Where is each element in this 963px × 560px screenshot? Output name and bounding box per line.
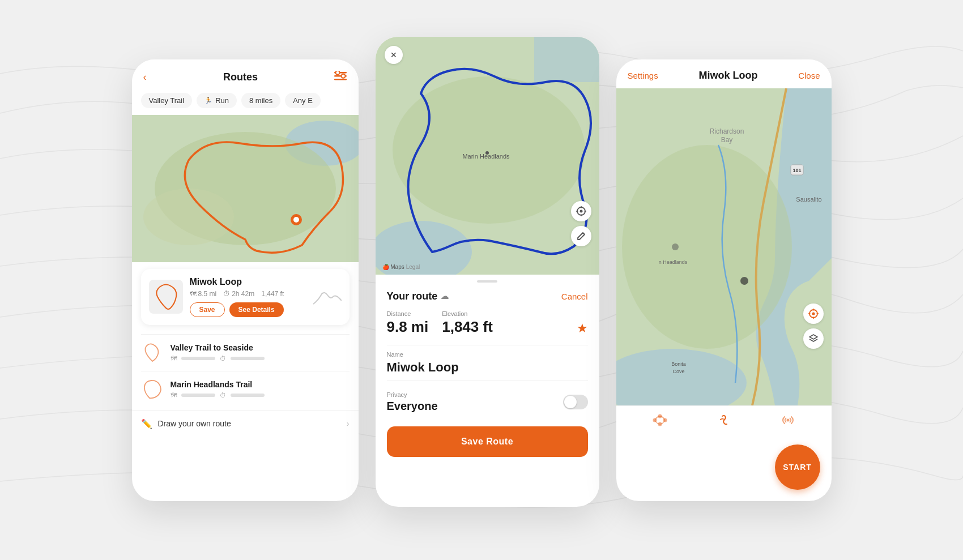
routes-header: ‹ Routes (132, 59, 359, 91)
privacy-value: Everyone (387, 400, 438, 413)
svg-text:n Headlands: n Headlands (658, 259, 687, 265)
stat-elevation: 1,447 ft (261, 290, 284, 298)
cancel-button[interactable]: Cancel (561, 292, 588, 301)
filter-run[interactable]: 🏃 Run (197, 93, 237, 108)
save-button[interactable]: Save (190, 302, 225, 317)
list-info: Valley Trail to Seaside 🗺 ⏱ (171, 343, 350, 362)
svg-point-3 (336, 71, 340, 75)
stat-elevation-group: Elevation 1,843 ft (442, 310, 493, 336)
svg-rect-2 (334, 79, 347, 80)
list-name: Valley Trail to Seaside (171, 343, 350, 352)
pencil-icon: ✏️ (141, 418, 152, 429)
run-bottom-icon[interactable] (718, 414, 730, 430)
close-button[interactable]: ✕ (385, 46, 403, 64)
divider (387, 381, 588, 381)
privacy-label: Privacy (387, 391, 438, 398)
route-list: Valley Trail to Seaside 🗺 ⏱ Marin Headla… (132, 332, 359, 410)
p3-location-button[interactable] (803, 303, 824, 324)
filter-distance[interactable]: 8 miles (241, 93, 280, 108)
signal-bottom-icon[interactable] (781, 414, 795, 430)
start-button[interactable]: START (775, 444, 820, 490)
divider (387, 345, 588, 345)
filter-icon[interactable] (334, 71, 347, 84)
svg-point-47 (786, 418, 789, 421)
bottom-bar (616, 405, 832, 438)
route-bottom-icon[interactable] (653, 414, 667, 430)
list-info: Marin Headlands Trail 🗺 ⏱ (171, 380, 350, 399)
phone-map-view: Settings Miwok Loop Close 101 (616, 59, 832, 501)
detail-stats: Distance 9.8 mi Elevation 1,843 ft ★ (387, 310, 588, 336)
name-value: Miwok Loop (387, 360, 588, 375)
elevation-label: Elevation (442, 310, 493, 317)
back-button[interactable]: ‹ (143, 71, 147, 83)
detail-map[interactable]: Marin Headlands ✕ (376, 37, 599, 275)
svg-point-35 (672, 243, 679, 250)
route-info: Miwok Loop 🗺 8.5 mi ⏱ 2h 42m 1,447 ft (190, 277, 306, 317)
list-name: Marin Headlands Trail (171, 380, 350, 389)
privacy-toggle[interactable] (563, 395, 588, 409)
location-button[interactable] (571, 201, 591, 221)
list-stats: 🗺 ⏱ (171, 355, 350, 362)
svg-point-38 (812, 312, 815, 315)
elevation-value: 1,843 ft (442, 318, 493, 336)
draw-route-label: Draw your own route (158, 419, 341, 428)
map-title: Miwok Loop (698, 70, 757, 82)
p3-layers-button[interactable] (803, 328, 824, 349)
svg-point-8 (143, 189, 234, 245)
close-map-button[interactable]: Close (798, 71, 820, 80)
maps-credit: 🍎 Maps Legal (382, 264, 420, 270)
map-controls (571, 201, 591, 246)
featured-route-card: Miwok Loop 🗺 8.5 mi ⏱ 2h 42m 1,447 ft (141, 269, 350, 325)
map-view-header: Settings Miwok Loop Close (616, 59, 832, 88)
sheet-title: Your route ☁ (387, 290, 449, 302)
details-button[interactable]: See Details (229, 302, 284, 317)
svg-text:Sausalito: Sausalito (796, 196, 821, 203)
filter-pills: Valley Trail 🏃 Run 8 miles Any E (132, 91, 359, 115)
save-route-button[interactable]: Save Route (387, 426, 588, 457)
favorite-button[interactable]: ★ (577, 321, 588, 336)
svg-text:101: 101 (792, 168, 801, 173)
svg-point-19 (579, 210, 582, 212)
svg-text:Richardson: Richardson (709, 127, 744, 135)
phone-routes: ‹ Routes Valley Trail 🏃 Run (132, 59, 359, 501)
svg-text:Bay: Bay (721, 136, 732, 144)
phone-route-detail: Marin Headlands ✕ (376, 37, 599, 507)
chevron-right-icon: › (347, 419, 350, 428)
full-map[interactable]: 101 Richardson Bay Sausalito n Headlands… (616, 88, 832, 405)
filter-elevation[interactable]: Any E (285, 93, 321, 108)
route-actions: Save See Details (190, 302, 306, 317)
p3-map-controls (803, 303, 824, 349)
list-item[interactable]: Marin Headlands Trail 🗺 ⏱ (141, 371, 350, 408)
stat-distance: 🗺 8.5 mi (190, 290, 217, 298)
settings-button[interactable]: Settings (628, 71, 658, 80)
routes-map[interactable] (132, 115, 359, 262)
toggle-knob (564, 396, 577, 408)
privacy-left: Privacy Everyone (387, 391, 438, 413)
svg-point-10 (293, 217, 299, 223)
svg-point-26 (622, 145, 792, 349)
name-field: Name Miwok Loop (387, 351, 588, 375)
route-icon: ☁ (441, 292, 449, 301)
svg-point-36 (740, 277, 748, 285)
list-item[interactable]: Valley Trail to Seaside 🗺 ⏱ (141, 334, 350, 371)
list-stats: 🗺 ⏱ (171, 392, 350, 399)
sheet-header: Your route ☁ Cancel (387, 290, 588, 302)
edit-button[interactable] (571, 226, 591, 246)
svg-point-17 (485, 151, 489, 155)
svg-text:Cove: Cove (672, 369, 684, 374)
svg-text:Bonita: Bonita (671, 361, 686, 367)
filter-valley-trail[interactable]: Valley Trail (141, 93, 193, 108)
privacy-row: Privacy Everyone (387, 387, 588, 417)
route-stats: 🗺 8.5 mi ⏱ 2h 42m 1,447 ft (190, 290, 306, 298)
stat-distance-group: Distance 9.8 mi (387, 310, 429, 336)
svg-rect-14 (534, 37, 599, 82)
distance-label: Distance (387, 310, 429, 317)
routes-title: Routes (223, 71, 258, 83)
stat-time: ⏱ 2h 42m (223, 290, 254, 298)
draw-route-item[interactable]: ✏️ Draw your own route › (132, 410, 359, 437)
name-label: Name (387, 351, 588, 358)
distance-value: 9.8 mi (387, 318, 429, 336)
svg-point-4 (342, 74, 346, 78)
sheet-content: Your route ☁ Cancel Distance 9.8 mi Elev… (376, 283, 599, 465)
svg-point-15 (393, 76, 585, 224)
